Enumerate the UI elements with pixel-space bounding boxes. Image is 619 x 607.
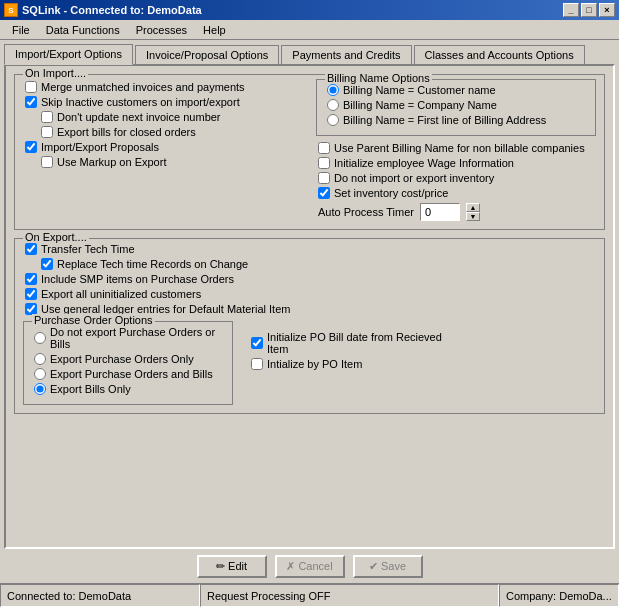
export-bills-only-label: Export Bills Only (50, 383, 131, 395)
radio-do-not-export: Do not export Purchase Orders or Bills (32, 326, 224, 350)
radio-billing-company: Billing Name = Company Name (325, 99, 587, 111)
save-button[interactable]: ✔ Save (353, 555, 423, 578)
button-row: ✏ Edit ✗ Cancel ✔ Save (0, 549, 619, 584)
export-po-bills-radio[interactable] (34, 368, 46, 380)
billing-customer-radio[interactable] (327, 84, 339, 96)
include-smp-label: Include SMP items on Purchase Orders (41, 273, 234, 285)
tab-import-export[interactable]: Import/Export Options (4, 44, 133, 65)
po-right-checkboxes: Initialize PO Bill date from Recieved It… (249, 321, 449, 405)
timer-spinner: ▲ ▼ (466, 203, 480, 221)
checkbox-include-smp: Include SMP items on Purchase Orders (23, 273, 596, 285)
radio-billing-first: Billing Name = First line of Billing Add… (325, 114, 587, 126)
export-all-label: Export all uninitialized customers (41, 288, 201, 300)
tab-payments-credits[interactable]: Payments and Credits (281, 45, 411, 64)
checkbox-skip-inactive: Skip Inactive customers on import/export (23, 96, 308, 108)
parent-billing-checkbox[interactable] (318, 142, 330, 154)
edit-button[interactable]: ✏ Edit (197, 555, 267, 578)
do-not-export-label: Do not export Purchase Orders or Bills (50, 326, 224, 350)
radio-billing-customer: Billing Name = Customer name (325, 84, 587, 96)
skip-inactive-label: Skip Inactive customers on import/export (41, 96, 240, 108)
init-by-po-label: Intialize by PO Item (267, 358, 362, 370)
export-section: On Export.... Transfer Tech Time Replace… (14, 238, 605, 414)
set-inventory-checkbox[interactable] (318, 187, 330, 199)
checkbox-use-markup: Use Markup on Export (23, 156, 308, 168)
spin-down-button[interactable]: ▼ (466, 212, 480, 221)
maximize-button[interactable]: □ (581, 3, 597, 17)
dont-update-checkbox[interactable] (41, 111, 53, 123)
billing-company-label: Billing Name = Company Name (343, 99, 497, 111)
menu-data-functions[interactable]: Data Functions (38, 22, 128, 38)
close-button[interactable]: × (599, 3, 615, 17)
export-po-only-label: Export Purchase Orders Only (50, 353, 194, 365)
do-not-export-radio[interactable] (34, 332, 46, 344)
billing-group: Billing Name Options Billing Name = Cust… (316, 79, 596, 136)
menu-help[interactable]: Help (195, 22, 234, 38)
checkbox-export-bills: Export bills for closed orders (23, 126, 308, 138)
skip-inactive-checkbox[interactable] (25, 96, 37, 108)
transfer-tech-checkbox[interactable] (25, 243, 37, 255)
billing-options-section: Billing Name Options Billing Name = Cust… (316, 79, 596, 221)
merge-label: Merge unmatched invoices and payments (41, 81, 245, 93)
export-bills-label: Export bills for closed orders (57, 126, 196, 138)
app-icon: S (4, 3, 18, 17)
init-by-po-checkbox[interactable] (251, 358, 263, 370)
export-po-bills-label: Export Purchase Orders and Bills (50, 368, 213, 380)
billing-customer-label: Billing Name = Customer name (343, 84, 496, 96)
replace-tech-checkbox[interactable] (41, 258, 53, 270)
do-not-import-label: Do not import or export inventory (334, 172, 494, 184)
checkbox-init-by-po: Intialize by PO Item (249, 358, 449, 370)
status-company: Company: DemoDa... (499, 584, 619, 607)
checkbox-transfer-tech: Transfer Tech Time (23, 243, 596, 255)
merge-checkbox[interactable] (25, 81, 37, 93)
init-wage-label: Initialize employee Wage Information (334, 157, 514, 169)
include-smp-checkbox[interactable] (25, 273, 37, 285)
timer-input[interactable] (420, 203, 460, 221)
export-all-checkbox[interactable] (25, 288, 37, 300)
init-po-bill-checkbox[interactable] (251, 337, 263, 349)
menu-file[interactable]: File (4, 22, 38, 38)
main-content: On Import.... Merge unmatched invoices a… (4, 64, 615, 549)
import-proposals-label: Import/Export Proposals (41, 141, 159, 153)
cancel-button[interactable]: ✗ Cancel (275, 555, 345, 578)
do-not-import-checkbox[interactable] (318, 172, 330, 184)
billing-group-label: Billing Name Options (325, 72, 432, 84)
checkbox-set-inventory: Set inventory cost/price (316, 187, 596, 199)
billing-first-radio[interactable] (327, 114, 339, 126)
import-left-col: Merge unmatched invoices and payments Sk… (23, 79, 308, 221)
checkbox-merge: Merge unmatched invoices and payments (23, 81, 308, 93)
init-wage-checkbox[interactable] (318, 157, 330, 169)
checkbox-replace-tech: Replace Tech time Records on Change (23, 258, 596, 270)
set-inventory-label: Set inventory cost/price (334, 187, 448, 199)
init-po-bill-label: Initialize PO Bill date from Recieved It… (267, 331, 449, 355)
use-markup-label: Use Markup on Export (57, 156, 166, 168)
timer-row: Auto Process Timer ▲ ▼ (316, 203, 596, 221)
menu-processes[interactable]: Processes (128, 22, 195, 38)
status-bar: Connected to: DemoData Request Processin… (0, 583, 619, 607)
tab-bar: Import/Export Options Invoice/Proposal O… (0, 40, 619, 64)
menu-bar: File Data Functions Processes Help (0, 20, 619, 40)
checkbox-init-wage: Initialize employee Wage Information (316, 157, 596, 169)
export-bills-only-radio[interactable] (34, 383, 46, 395)
spin-up-button[interactable]: ▲ (466, 203, 480, 212)
tab-classes-accounts[interactable]: Classes and Accounts Options (414, 45, 585, 64)
radio-export-bills-only: Export Bills Only (32, 383, 224, 395)
import-section: On Import.... Merge unmatched invoices a… (14, 74, 605, 230)
replace-tech-label: Replace Tech time Records on Change (57, 258, 248, 270)
billing-company-radio[interactable] (327, 99, 339, 111)
export-po-only-radio[interactable] (34, 353, 46, 365)
status-connected: Connected to: DemoData (0, 584, 200, 607)
title-bar-text: SQLink - Connected to: DemoData (22, 4, 202, 16)
dont-update-label: Don't update next invoice number (57, 111, 221, 123)
po-group: Purchase Order Options Do not export Pur… (23, 321, 233, 405)
parent-billing-label: Use Parent Billing Name for non billable… (334, 142, 585, 154)
po-group-label: Purchase Order Options (32, 314, 155, 326)
minimize-button[interactable]: _ (563, 3, 579, 17)
checkbox-dont-update: Don't update next invoice number (23, 111, 308, 123)
radio-export-po-only: Export Purchase Orders Only (32, 353, 224, 365)
import-proposals-checkbox[interactable] (25, 141, 37, 153)
export-bills-checkbox[interactable] (41, 126, 53, 138)
billing-first-label: Billing Name = First line of Billing Add… (343, 114, 546, 126)
use-markup-checkbox[interactable] (41, 156, 53, 168)
tab-invoice-proposal[interactable]: Invoice/Proposal Options (135, 45, 279, 64)
checkbox-parent-billing: Use Parent Billing Name for non billable… (316, 142, 596, 154)
